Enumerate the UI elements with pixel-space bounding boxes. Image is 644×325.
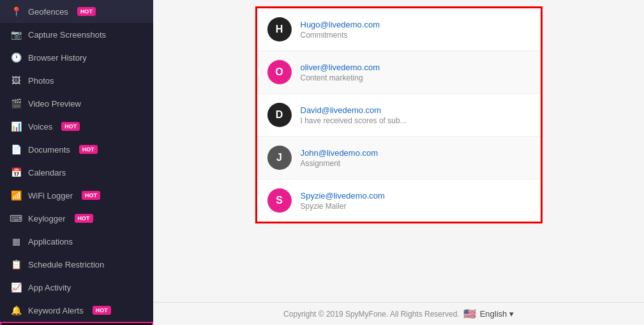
sidebar-item-applications[interactable]: ▦Applications xyxy=(0,230,153,253)
email-subject-3: I have received scores of sub... xyxy=(301,116,407,125)
sidebar-item-email[interactable]: ✉E-mailHOT xyxy=(0,322,153,325)
sidebar-label-geofences: Geofences xyxy=(28,7,68,17)
documents-icon: 📄 xyxy=(10,144,22,155)
email-subject-5: Spyzie Mailer xyxy=(301,202,385,211)
flag-icon: 🇺🇸 xyxy=(463,310,476,319)
copyright-text: Copyright © 2019 SpyMyFone. All Rights R… xyxy=(283,310,460,319)
email-info-2: oliver@livedemo.comContent marketing xyxy=(301,63,380,82)
email-address-3: David@livedemo.com xyxy=(301,105,407,115)
sidebar-item-browser-history[interactable]: 🕐Browser History xyxy=(0,46,153,69)
sidebar-label-photos: Photos xyxy=(28,76,54,86)
avatar-5: S xyxy=(267,188,292,213)
main-content: HHugo@livedemo.comCommitmentsOoliver@liv… xyxy=(153,0,644,325)
email-list-container: HHugo@livedemo.comCommitmentsOoliver@liv… xyxy=(255,6,543,223)
sidebar-label-app-activity: App Activity xyxy=(28,283,71,292)
schedule-restriction-icon: 📋 xyxy=(10,259,22,270)
email-address-5: Spyzie@livedemo.com xyxy=(301,191,385,200)
sidebar-label-capture-screenshots: Capture Screenshots xyxy=(28,30,106,40)
avatar-2: O xyxy=(267,60,292,84)
avatar-4: J xyxy=(267,146,292,170)
email-info-4: John@livedemo.comAssignment xyxy=(301,148,378,168)
sidebar-item-keylogger[interactable]: ⌨KeyloggerHOT xyxy=(0,207,153,230)
hot-badge-voices: HOT xyxy=(61,122,80,131)
sidebar-item-geofences[interactable]: 📍GeofencesHOT xyxy=(0,0,153,23)
email-address-4: John@livedemo.com xyxy=(301,148,378,158)
sidebar-item-photos[interactable]: 🖼Photos xyxy=(0,69,153,92)
email-item-4[interactable]: JJohn@livedemo.comAssignment xyxy=(257,137,541,179)
geofences-icon: 📍 xyxy=(10,6,22,17)
language-selector[interactable]: English ▾ xyxy=(480,309,514,319)
sidebar-item-calendars[interactable]: 📅Calendars xyxy=(0,161,153,184)
email-address-2: oliver@livedemo.com xyxy=(301,63,380,72)
email-info-1: Hugo@livedemo.comCommitments xyxy=(301,20,380,40)
sidebar-item-documents[interactable]: 📄DocumentsHOT xyxy=(0,138,153,161)
sidebar: 📍GeofencesHOT📷Capture Screenshots🕐Browse… xyxy=(0,0,153,325)
email-info-3: David@livedemo.comI have received scores… xyxy=(301,105,407,125)
sidebar-label-keylogger: Keylogger xyxy=(28,214,66,223)
email-item-5[interactable]: SSpyzie@livedemo.comSpyzie Mailer xyxy=(257,179,541,222)
hot-badge-documents: HOT xyxy=(79,145,98,154)
sidebar-label-calendars: Calendars xyxy=(28,168,66,178)
sidebar-label-documents: Documents xyxy=(28,145,70,155)
sidebar-label-applications: Applications xyxy=(28,237,73,246)
applications-icon: ▦ xyxy=(10,236,22,247)
capture-screenshots-icon: 📷 xyxy=(10,29,22,40)
photos-icon: 🖼 xyxy=(10,75,22,86)
sidebar-item-schedule-restriction[interactable]: 📋Schedule Restriction xyxy=(0,253,153,276)
sidebar-label-wifi-logger: WiFi Logger xyxy=(28,191,73,200)
email-subject-4: Assignment xyxy=(301,159,378,168)
email-subject-2: Content marketing xyxy=(301,73,380,82)
keyword-alerts-icon: 🔔 xyxy=(10,305,22,316)
sidebar-item-voices[interactable]: 📊VoicesHOT xyxy=(0,115,153,138)
sidebar-label-voices: Voices xyxy=(28,122,52,132)
sidebar-item-wifi-logger[interactable]: 📶WiFi LoggerHOT xyxy=(0,184,153,207)
video-preview-icon: 🎬 xyxy=(10,98,22,109)
sidebar-label-browser-history: Browser History xyxy=(28,53,87,63)
hot-badge-geofences: HOT xyxy=(77,7,96,16)
app-activity-icon: 📈 xyxy=(10,282,22,293)
email-item-1[interactable]: HHugo@livedemo.comCommitments xyxy=(257,8,541,51)
hot-badge-keylogger: HOT xyxy=(75,214,93,223)
sidebar-label-schedule-restriction: Schedule Restriction xyxy=(28,260,104,269)
hot-badge-wifi-logger: HOT xyxy=(82,191,100,200)
keylogger-icon: ⌨ xyxy=(10,213,22,224)
email-item-2[interactable]: Ooliver@livedemo.comContent marketing xyxy=(257,51,541,94)
email-item-3[interactable]: DDavid@livedemo.comI have received score… xyxy=(257,94,541,137)
sidebar-item-app-activity[interactable]: 📈App Activity xyxy=(0,276,153,299)
email-subject-1: Commitments xyxy=(301,31,380,40)
wifi-logger-icon: 📶 xyxy=(10,190,22,201)
sidebar-label-keyword-alerts: Keyword Alerts xyxy=(28,306,84,315)
avatar-3: D xyxy=(267,103,292,127)
email-address-1: Hugo@livedemo.com xyxy=(301,20,380,29)
sidebar-item-keyword-alerts[interactable]: 🔔Keyword AlertsHOT xyxy=(0,299,153,322)
footer: Copyright © 2019 SpyMyFone. All Rights R… xyxy=(153,302,644,325)
email-info-5: Spyzie@livedemo.comSpyzie Mailer xyxy=(301,191,385,211)
avatar-1: H xyxy=(267,17,292,42)
browser-history-icon: 🕐 xyxy=(10,52,22,63)
voices-icon: 📊 xyxy=(10,121,22,132)
sidebar-item-video-preview[interactable]: 🎬Video Preview xyxy=(0,92,153,115)
hot-badge-keyword-alerts: HOT xyxy=(93,306,111,315)
content-area: HHugo@livedemo.comCommitmentsOoliver@liv… xyxy=(153,0,644,302)
sidebar-item-capture-screenshots[interactable]: 📷Capture Screenshots xyxy=(0,23,153,46)
calendars-icon: 📅 xyxy=(10,167,22,178)
sidebar-label-video-preview: Video Preview xyxy=(28,99,81,109)
